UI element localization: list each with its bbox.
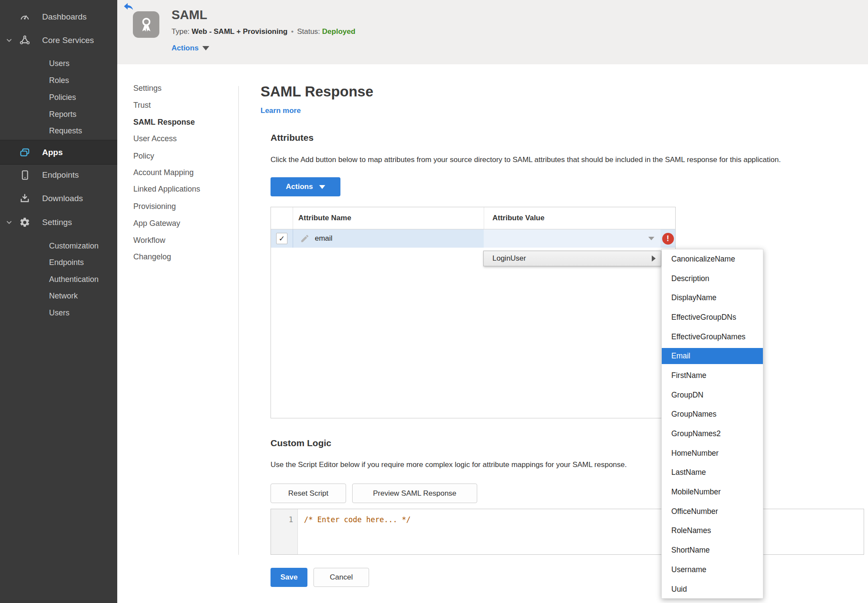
tab-trust[interactable]: Trust (133, 101, 151, 112)
sidebar-item-endpoints[interactable]: Endpoints (0, 166, 117, 184)
menu-item-description[interactable]: Description (662, 269, 763, 288)
sidebar-item-label: Policies (49, 93, 76, 102)
sidebar-item-settings[interactable]: Settings (0, 214, 117, 231)
tab-changelog[interactable]: Changelog (133, 252, 171, 264)
menu-item-uuid[interactable]: Uuid (662, 580, 763, 599)
attributes-actions-button[interactable]: Actions (271, 177, 340, 196)
sidebar-item-settings-users[interactable]: Users (0, 304, 117, 321)
table-header-attribute-value: Attribute Value (484, 207, 661, 229)
admin-portal-screen: Dashboards Core Services Users Roles Pol… (0, 0, 868, 603)
table-row: ✓ email ! (271, 229, 675, 248)
smartphone-icon (19, 169, 30, 181)
tab-provisioning[interactable]: Provisioning (133, 202, 176, 213)
sidebar-item-users[interactable]: Users (0, 55, 117, 72)
error-exclamation-icon: ! (662, 233, 674, 245)
attributes-description: Click the Add button below to map attrib… (271, 156, 781, 164)
tab-user-access[interactable]: User Access (133, 134, 177, 146)
code-input-area[interactable]: /* Enter code here... */ (298, 509, 864, 554)
menu-item-effectivegroupnames[interactable]: EffectiveGroupNames (662, 327, 763, 347)
tab-saml-response[interactable]: SAML Response (133, 118, 195, 129)
table-header-checkbox-column (271, 207, 293, 229)
sidebar-item-requests[interactable]: Requests (0, 122, 117, 139)
sidebar-item-label: Reports (49, 110, 76, 119)
menu-item-effectivegroupdns[interactable]: EffectiveGroupDNs (662, 308, 763, 327)
edit-pencil-icon[interactable] (300, 234, 310, 243)
sidebar: Dashboards Core Services Users Roles Pol… (0, 0, 117, 603)
sidebar-item-label: Users (49, 308, 69, 318)
sidebar-item-authentication[interactable]: Authentication (0, 271, 117, 288)
editor-gutter: 1 (271, 509, 298, 554)
sidebar-item-customization[interactable]: Customization (0, 237, 117, 255)
chevron-down-icon (5, 36, 13, 44)
tab-app-gateway[interactable]: App Gateway (133, 219, 180, 230)
sidebar-item-network[interactable]: Network (0, 287, 117, 305)
menu-item-email[interactable]: Email (662, 348, 763, 364)
reset-script-button[interactable]: Reset Script (271, 484, 346, 503)
row-checkbox[interactable]: ✓ (276, 233, 287, 244)
sidebar-item-apps[interactable]: Apps (0, 140, 117, 165)
sidebar-item-roles[interactable]: Roles (0, 72, 117, 89)
save-button[interactable]: Save (271, 568, 307, 587)
sidebar-item-label: Endpoints (42, 170, 79, 180)
menu-item-rolenames[interactable]: RoleNames (662, 521, 763, 541)
menu-item-lastname[interactable]: LastName (662, 463, 763, 483)
app-logo (133, 11, 159, 38)
tab-linked-applications[interactable]: Linked Applications (133, 185, 200, 196)
sidebar-item-settings-endpoints[interactable]: Endpoints (0, 254, 117, 271)
learn-more-link[interactable]: Learn more (261, 106, 301, 115)
row-error-cell: ! (660, 229, 675, 248)
attributes-actions-label: Actions (286, 182, 313, 191)
ribbon-award-icon (138, 16, 155, 33)
caret-down-icon (319, 185, 325, 189)
tab-workflow[interactable]: Workflow (133, 236, 165, 247)
tab-settings[interactable]: Settings (133, 84, 162, 95)
tab-account-mapping[interactable]: Account Mapping (133, 168, 194, 179)
back-arrow-icon[interactable] (123, 1, 134, 11)
menu-item-mobilenumber[interactable]: MobileNumber (662, 482, 763, 502)
attribute-value-dropdown[interactable] (484, 229, 660, 248)
line-number: 1 (271, 509, 297, 524)
menu-item-username[interactable]: Username (662, 560, 763, 580)
tab-policy[interactable]: Policy (133, 152, 154, 163)
download-icon (19, 193, 30, 204)
type-value: Web - SAML + Provisioning (191, 27, 287, 36)
cancel-button[interactable]: Cancel (314, 568, 369, 587)
value-menu-trigger-label: LoginUser (492, 254, 526, 263)
sidebar-item-label: Downloads (42, 194, 83, 203)
gear-icon (19, 217, 30, 228)
menu-item-firstname[interactable]: FirstName (662, 366, 763, 385)
menu-item-groupdn[interactable]: GroupDN (662, 385, 763, 405)
sidebar-item-policies[interactable]: Policies (0, 89, 117, 106)
script-editor: 1 /* Enter code here... */ (271, 509, 864, 555)
sidebar-item-core-services[interactable]: Core Services (0, 32, 117, 49)
menu-item-shortname[interactable]: ShortName (662, 540, 763, 560)
apps-icon (19, 147, 30, 158)
sidebar-item-label: Endpoints (49, 258, 84, 267)
preview-saml-response-button[interactable]: Preview SAML Response (352, 484, 477, 503)
menu-item-homenumber[interactable]: HomeNumber (662, 444, 763, 463)
menu-item-officenumber[interactable]: OfficeNumber (662, 502, 763, 521)
sidebar-item-label: Requests (49, 126, 82, 136)
core-services-icon (19, 35, 30, 46)
menu-item-displayname[interactable]: DisplayName (662, 288, 763, 308)
value-menu-trigger-loginuser[interactable]: LoginUser (483, 251, 661, 266)
sidebar-item-label: Network (49, 292, 78, 301)
page-title: SAML Response (261, 83, 373, 100)
menu-item-canonicalizename[interactable]: CanonicalizeName (662, 249, 763, 269)
sidebar-item-dashboards[interactable]: Dashboards (0, 8, 117, 26)
sidebar-item-label: Settings (42, 218, 72, 227)
vertical-divider (238, 86, 239, 555)
status-badge: Deployed (322, 27, 356, 36)
menu-item-groupnames2[interactable]: GroupNames2 (662, 424, 763, 444)
sidebar-item-label: Roles (49, 76, 69, 85)
submenu-arrow-icon (652, 255, 656, 262)
attributes-table: Attribute Name Attribute Value ✓ email ! (271, 207, 676, 418)
menu-item-groupnames[interactable]: GroupNames (662, 405, 763, 424)
sidebar-item-reports[interactable]: Reports (0, 106, 117, 123)
custom-logic-description: Use the Script Editor below if you requi… (271, 461, 627, 469)
app-title: SAML (172, 8, 207, 22)
header-actions-menu[interactable]: Actions (172, 44, 209, 53)
caret-down-icon (648, 237, 654, 240)
value-submenu: CanonicalizeName Description DisplayName… (661, 249, 763, 599)
sidebar-item-downloads[interactable]: Downloads (0, 190, 117, 207)
